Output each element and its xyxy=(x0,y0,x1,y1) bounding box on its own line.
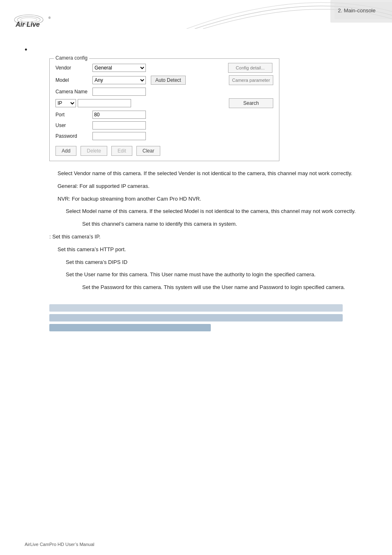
bottom-buttons: Add Delete Edit Clear xyxy=(55,143,273,156)
search-button[interactable]: Search xyxy=(229,98,273,108)
config-legend: Camera config xyxy=(54,55,89,61)
desc-port_desc: Set this camera’s HTTP port. xyxy=(49,245,367,254)
color-bar-2 xyxy=(49,324,211,331)
desc-user_desc: Set the User name for this camera. This … xyxy=(49,271,367,279)
edit-button[interactable]: Edit xyxy=(111,146,132,156)
page-label: 2. Main-console xyxy=(338,7,376,14)
logo: Air Live ® xyxy=(12,7,66,33)
right-buttons: Config detail... xyxy=(228,63,273,73)
user-row: User xyxy=(55,121,273,130)
desc-general_desc: General: For all supported IP cameras. xyxy=(49,182,367,191)
port-row: Port xyxy=(55,111,273,119)
header-decoration xyxy=(145,0,392,33)
svg-text:Air Live: Air Live xyxy=(15,21,40,28)
model-row: Model Any Auto Detect Camera parameter xyxy=(55,75,273,85)
description-section: Select Vendor name of this camera. If th… xyxy=(0,169,392,292)
ip-input[interactable] xyxy=(78,99,131,107)
model-label: Model xyxy=(55,77,92,83)
footer-text: AirLive CamPro HD User’s Manual xyxy=(25,542,95,547)
password-label: Password xyxy=(55,133,92,139)
desc-model_desc: Select Model name of this camera. If the… xyxy=(49,207,367,216)
user-input[interactable] xyxy=(92,121,146,130)
ip-type-select[interactable]: IP DIPS xyxy=(55,99,76,107)
desc-dips_desc: Set this camera’s DIPS ID xyxy=(49,258,367,267)
color-bars xyxy=(49,304,343,331)
vendor-row: Vendor General NVR Config detail... xyxy=(55,63,273,73)
camera-config-box: Camera config Vendor General NVR Config … xyxy=(49,58,279,161)
color-bar-0 xyxy=(49,304,343,312)
header-arc-svg xyxy=(154,0,392,29)
footer: AirLive CamPro HD User’s Manual xyxy=(25,542,95,547)
ip-row: IP DIPS Search xyxy=(55,98,273,108)
vendor-select[interactable]: General NVR xyxy=(92,64,146,72)
bullet-section: • xyxy=(0,33,392,54)
desc-password_desc: Set the Password for this camera. This s… xyxy=(49,283,367,292)
desc-ip_desc: : Set this camera’s IP. xyxy=(49,233,367,241)
camera-name-input[interactable] xyxy=(92,88,146,96)
desc-camera_name_desc: Set this channel’s camera name to identi… xyxy=(49,220,367,229)
desc-vendor_desc: Select Vendor name of this camera. If th… xyxy=(49,169,367,178)
user-label: User xyxy=(55,123,92,128)
auto-detect-button[interactable]: Auto Detect xyxy=(151,76,186,85)
password-input[interactable] xyxy=(92,132,146,140)
color-bar-1 xyxy=(49,314,343,321)
add-button[interactable]: Add xyxy=(55,146,76,156)
vendor-label: Vendor xyxy=(55,65,92,71)
delete-button[interactable]: Delete xyxy=(81,146,107,156)
desc-nvr_desc: NVR: For backup streaming from another C… xyxy=(49,195,367,204)
clear-button[interactable]: Clear xyxy=(136,146,161,156)
svg-text:®: ® xyxy=(48,16,51,19)
camera-name-label: Camera Name xyxy=(55,89,92,95)
password-row: Password xyxy=(55,132,273,140)
camera-parameter-button[interactable]: Camera parameter xyxy=(229,75,273,85)
port-label: Port xyxy=(55,112,92,118)
camera-config-wrapper: Camera config Vendor General NVR Config … xyxy=(49,58,367,161)
bullet-point: • xyxy=(25,46,367,54)
header: Air Live ® 2. Main-console xyxy=(0,0,392,33)
config-detail-button[interactable]: Config detail... xyxy=(228,63,272,73)
model-select[interactable]: Any xyxy=(92,76,146,84)
port-input[interactable] xyxy=(92,111,146,119)
airlive-logo: Air Live ® xyxy=(12,7,62,32)
camera-name-row: Camera Name xyxy=(55,88,273,96)
